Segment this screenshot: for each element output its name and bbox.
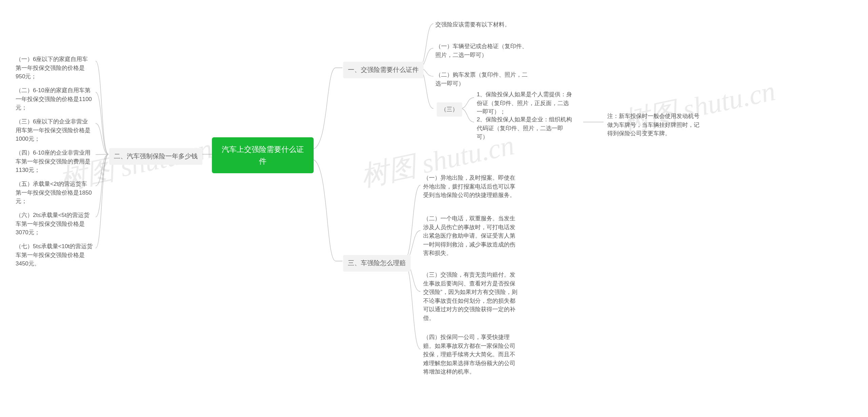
leaf-s2-c: （三）6座以下的企业非营业用车第一年投保交强险价格是1000元； — [14, 116, 95, 145]
leaf-s2-e: （五）承载量<2t的营运货车第一年投保交强险价格是1850元； — [14, 178, 95, 207]
leaf-s2-d: （四）6-10座的企业非营业用车第一年投保交强险的费用是1130元； — [14, 147, 95, 176]
branch-s3[interactable]: 三、车强险怎么理赔 — [343, 255, 411, 272]
leaf-s1-b: （一）车辆登记或合格证（复印件、照片，二选一即可） — [433, 41, 532, 61]
leaf-s2-g: （七）5t≤承载量<10t的营运货车第一年投保交强险价格是3450元。 — [14, 241, 95, 270]
leaf-s1-3-a: 1、保险投保人如果是个人需提供：身份证（复印件、照片，正反面，二选一即可）； — [475, 89, 576, 118]
branch-s1-3[interactable]: （三） — [437, 102, 462, 117]
leaf-s2-a: （一）6座以下的家庭自用车第一年投保交强险的价格是950元； — [14, 54, 95, 82]
leaf-s2-f: （六）2t≤承载量<5t的营运货车第一年投保交强险价格是3070元； — [14, 210, 95, 238]
leaf-s1-3-b-note: 注：新车投保时一般会使用发动机号做为车牌号，当车辆挂好牌照时，记得到保险公司变更… — [605, 111, 707, 139]
leaf-s3-c: （三）交强险，有责无责均赔付。发生事故后要询问、查看对方是否投保交强险”，因为如… — [421, 269, 523, 324]
leaf-s1-3-b: 2、保险投保人如果是企业：组织机构代码证（复印件、照片，二选一即可） — [475, 114, 576, 143]
branch-s2[interactable]: 二、汽车强制保险一年多少钱 — [109, 148, 202, 165]
leaf-s3-b: （二）一个电话，双重服务。当发生涉及人员伤亡的事故时，可打电话发出紧急医疗救助申… — [421, 213, 523, 259]
root-node[interactable]: 汽车上交强险需要什么证件 — [212, 137, 314, 173]
leaf-s1-a: 交强险应该需要有以下材料。 — [433, 19, 532, 31]
leaf-s3-d: （四）投保同一公司，享受快捷理赔。如果事故双方都在一家保险公司投保，理赔手续将大… — [421, 332, 523, 378]
branch-s1[interactable]: 一、交强险需要什么证件 — [343, 62, 423, 78]
mindmap-canvas: 树图 shutu.cn 树图 shutu.cn 树图 shutu.cn 汽车上交… — [0, 0, 868, 417]
leaf-s2-b: （二）6-10座的家庭自用车第一年投保交强险的价格是1100元； — [14, 85, 95, 114]
leaf-s1-c: （二）购车发票（复印件、照片，二选一即可） — [433, 69, 532, 89]
leaf-s3-a: （一）异地出险，及时报案。即使在外地出险，拨打报案电话后也可以享受到当地保险公司… — [421, 172, 523, 201]
